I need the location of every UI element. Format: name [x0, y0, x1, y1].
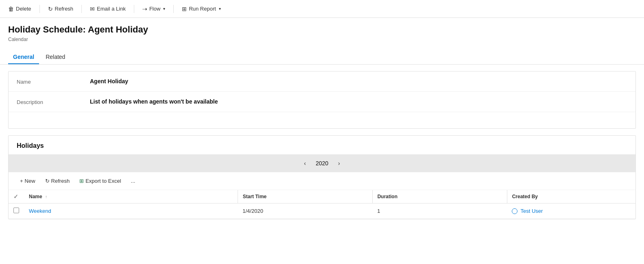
- flow-chevron-icon: ▾: [163, 6, 165, 11]
- separator-3: [134, 5, 134, 13]
- more-options-button[interactable]: ...: [128, 176, 139, 186]
- tabs-container: General Related: [0, 45, 644, 65]
- row-duration: 1: [372, 203, 507, 219]
- row-checkbox[interactable]: [13, 208, 19, 213]
- col-created-header: Created By: [507, 190, 635, 203]
- col-name-sort-icon: ↑: [45, 195, 47, 199]
- year-nav: ‹ 2020 ›: [9, 154, 635, 172]
- col-duration-header: Duration: [372, 190, 507, 203]
- tab-general[interactable]: General: [8, 50, 39, 64]
- new-label: New: [25, 178, 35, 184]
- delete-button[interactable]: 🗑 Delete: [5, 4, 35, 14]
- description-value: List of holidays when agents won't be av…: [90, 98, 218, 105]
- form-section: Name Agent Holiday Description List of h…: [8, 71, 636, 129]
- delete-icon: 🗑: [8, 6, 14, 12]
- description-label: Description: [17, 98, 90, 105]
- email-link-label: Email a Link: [97, 6, 126, 12]
- new-button[interactable]: + New: [17, 176, 39, 186]
- flow-button[interactable]: ⇢ Flow ▾: [139, 4, 168, 14]
- prev-year-button[interactable]: ‹: [301, 158, 309, 168]
- email-link-button[interactable]: ✉ Email a Link: [87, 4, 129, 14]
- col-name-header[interactable]: Name ↑: [24, 190, 238, 203]
- new-icon: +: [20, 178, 23, 184]
- form-row-description: Description List of holidays when agents…: [9, 92, 635, 112]
- col-check: ✓: [9, 190, 24, 203]
- form-row-empty: [9, 112, 635, 128]
- holidays-table: ✓ Name ↑ Start Time Duration Created By: [9, 190, 635, 219]
- holidays-refresh-button[interactable]: ↻ Refresh: [42, 176, 73, 186]
- main-toolbar: 🗑 Delete ↻ Refresh ✉ Email a Link ⇢ Flow…: [0, 0, 644, 18]
- export-label: Export to Excel: [85, 178, 121, 184]
- page-subtitle: Calendar: [8, 37, 636, 42]
- col-start-header: Start Time: [238, 190, 372, 203]
- run-report-button[interactable]: ⊞ Run Report ▾: [179, 4, 224, 14]
- row-name-link[interactable]: Weekend: [29, 208, 51, 214]
- row-check[interactable]: [9, 203, 24, 219]
- separator-4: [173, 5, 174, 13]
- check-all-icon: ✓: [13, 193, 18, 200]
- year-label: 2020: [316, 160, 328, 167]
- more-label: ...: [131, 178, 135, 184]
- user-icon: [512, 208, 517, 214]
- separator-1: [39, 5, 40, 13]
- excel-icon: ⊞: [79, 178, 84, 184]
- holidays-title: Holidays: [9, 136, 635, 154]
- run-report-icon: ⊞: [182, 6, 187, 12]
- row-created-by: Test User: [507, 203, 635, 219]
- refresh-icon: ↻: [48, 6, 53, 12]
- row-name: Weekend: [24, 203, 238, 219]
- col-name-label: Name: [29, 194, 42, 199]
- holidays-refresh-label: Refresh: [51, 178, 70, 184]
- row-start-time: 1/4/2020: [238, 203, 372, 219]
- tab-related[interactable]: Related: [41, 50, 70, 64]
- next-year-button[interactable]: ›: [335, 158, 343, 168]
- page-header: Holiday Schedule: Agent Holiday Calendar: [0, 18, 644, 42]
- row-created-by-link[interactable]: Test User: [521, 208, 543, 214]
- main-content: Name Agent Holiday Description List of h…: [0, 65, 644, 226]
- table-row: Weekend 1/4/2020 1 Test User: [9, 203, 635, 219]
- export-excel-button[interactable]: ⊞ Export to Excel: [76, 176, 124, 186]
- refresh-label: Refresh: [55, 6, 74, 12]
- holidays-section: Holidays ‹ 2020 › + New ↻ Refresh ⊞ Expo…: [8, 135, 636, 219]
- page-title: Holiday Schedule: Agent Holiday: [8, 24, 636, 35]
- separator-2: [81, 5, 82, 13]
- run-report-chevron-icon: ▾: [219, 6, 221, 11]
- flow-icon: ⇢: [142, 6, 147, 12]
- holidays-refresh-icon: ↻: [45, 178, 50, 184]
- holidays-sub-toolbar: + New ↻ Refresh ⊞ Export to Excel ...: [9, 172, 635, 190]
- run-report-label: Run Report: [189, 6, 216, 12]
- delete-label: Delete: [16, 6, 31, 12]
- refresh-button[interactable]: ↻ Refresh: [45, 4, 77, 14]
- email-icon: ✉: [90, 6, 95, 12]
- name-value: Agent Holiday: [90, 78, 128, 84]
- name-label: Name: [17, 78, 90, 85]
- form-row-name: Name Agent Holiday: [9, 71, 635, 92]
- flow-label: Flow: [149, 6, 160, 12]
